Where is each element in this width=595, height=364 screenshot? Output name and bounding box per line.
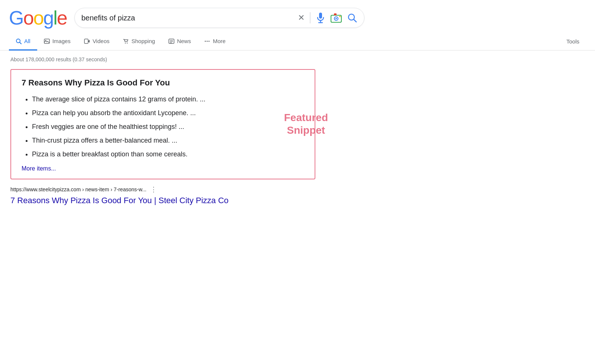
results-area: About 178,000,000 results (0.37 seconds)… (0, 51, 335, 215)
source-url-row: https://www.steelcitypizza.com › news-it… (10, 185, 324, 194)
header: Google benefits of pizza ✕ (0, 0, 595, 33)
svg-point-17 (127, 42, 128, 43)
more-vert-icon: ⋮ (150, 185, 157, 194)
list-item: Pizza is a better breakfast option than … (32, 149, 304, 159)
video-tab-icon (84, 38, 90, 44)
svg-point-16 (125, 42, 126, 43)
search-tab-icon (16, 38, 22, 44)
featured-snippet-wrapper: 7 Reasons Why Pizza Is Good For You The … (10, 69, 324, 179)
news-tab-icon (168, 38, 174, 44)
mic-icon (316, 12, 325, 23)
close-icon: ✕ (298, 13, 305, 23)
voice-search-button[interactable] (316, 11, 325, 25)
search-bar-icons: ✕ (298, 11, 357, 25)
tab-videos-label: Videos (93, 38, 110, 44)
result-options-button[interactable]: ⋮ (150, 185, 157, 194)
svg-rect-14 (84, 39, 88, 43)
svg-point-5 (335, 18, 337, 19)
shopping-tab-icon (123, 38, 129, 44)
tab-videos[interactable]: Videos (77, 33, 116, 51)
svg-rect-7 (339, 16, 341, 17)
tab-images[interactable]: Images (37, 33, 77, 51)
svg-rect-0 (319, 13, 322, 19)
tab-news[interactable]: News (162, 33, 198, 51)
tab-all[interactable]: All (9, 33, 37, 51)
tab-news-label: News (177, 38, 191, 44)
search-input[interactable]: benefits of pizza (81, 14, 295, 22)
featured-snippet-box: 7 Reasons Why Pizza Is Good For You The … (10, 69, 315, 179)
source-url: https://www.steelcitypizza.com › news-it… (10, 186, 147, 192)
svg-point-24 (209, 40, 210, 42)
tools-button[interactable]: Tools (560, 33, 586, 50)
image-search-button[interactable] (331, 12, 342, 23)
tab-all-label: All (24, 38, 30, 44)
list-item: The average slice of pizza contains 12 g… (32, 94, 304, 104)
search-icon (347, 13, 357, 23)
svg-rect-6 (334, 13, 337, 15)
camera-icon (331, 13, 342, 23)
nav-tabs: All Images Videos (0, 33, 595, 51)
tab-more-label: More (213, 38, 225, 44)
more-dots-icon (204, 38, 210, 44)
clear-button[interactable]: ✕ (298, 13, 305, 23)
tools-label: Tools (566, 38, 579, 45)
svg-point-22 (205, 40, 206, 42)
more-items-link[interactable]: More items... (22, 165, 56, 172)
svg-line-9 (354, 19, 356, 22)
tab-shopping-label: Shopping (131, 38, 155, 44)
snippet-title: 7 Reasons Why Pizza Is Good For You (22, 78, 304, 88)
svg-point-23 (207, 40, 208, 42)
list-item: Pizza can help you absorb the antioxidan… (32, 108, 304, 118)
list-item: Thin-crust pizza offers a better-balance… (32, 136, 304, 146)
result-title-link[interactable]: 7 Reasons Why Pizza Is Good For You | St… (10, 196, 229, 205)
source-result: https://www.steelcitypizza.com › news-it… (10, 185, 324, 207)
tab-images-label: Images (52, 38, 71, 44)
tab-shopping[interactable]: Shopping (116, 33, 161, 51)
search-button[interactable] (347, 13, 357, 23)
result-title: 7 Reasons Why Pizza Is Good For You | St… (10, 196, 229, 205)
results-count: About 178,000,000 results (0.37 seconds) (10, 56, 324, 62)
search-bar: benefits of pizza ✕ (74, 8, 364, 28)
google-logo: Google (9, 7, 67, 29)
image-tab-icon (44, 38, 50, 44)
svg-line-11 (20, 42, 21, 44)
snippet-list: The average slice of pizza contains 12 g… (22, 94, 304, 159)
list-item: Fresh veggies are one of the healthiest … (32, 122, 304, 132)
divider (310, 12, 311, 23)
tab-more[interactable]: More (197, 33, 232, 51)
